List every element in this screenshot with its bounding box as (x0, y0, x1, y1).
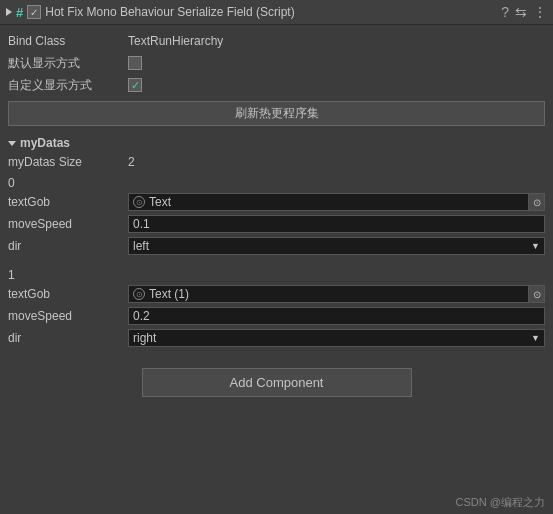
item1-textgob-value: Text (1) (149, 287, 189, 301)
item0-textgob-row: textGob ⊙ Text ⊙ (8, 192, 545, 212)
footer: CSDN @编程之力 (0, 491, 553, 514)
item1-dir-row: dir right ▼ (8, 328, 545, 348)
item0-index: 0 (8, 176, 545, 190)
item1-textgob-field-wrapper: ⊙ Text (1) ⊙ (128, 285, 545, 303)
spacer0 (8, 258, 545, 264)
component-title: Hot Fix Mono Behaviour Serialize Field (… (45, 5, 497, 19)
item0-dir-arrow-icon: ▼ (531, 241, 540, 251)
settings-icon[interactable]: ⇆ (515, 4, 527, 20)
custom-display-label: 自定义显示方式 (8, 77, 128, 94)
component-header: # ✓ Hot Fix Mono Behaviour Serialize Fie… (0, 0, 553, 25)
default-display-row: 默认显示方式 (8, 53, 545, 73)
item0-movespeed-row: moveSpeed (8, 214, 545, 234)
item1-dir-label: dir (8, 331, 128, 345)
enabled-checkbox[interactable]: ✓ (27, 5, 41, 19)
item0-dir-row: dir left ▼ (8, 236, 545, 256)
bind-class-label: Bind Class (8, 34, 128, 48)
add-component-button[interactable]: Add Component (142, 368, 412, 397)
item1-textgob-row: textGob ⊙ Text (1) ⊙ (8, 284, 545, 304)
bind-class-row: Bind Class TextRunHierarchy (8, 31, 545, 51)
item1-movespeed-label: moveSpeed (8, 309, 128, 323)
header-actions: ? ⇆ ⋮ (501, 4, 547, 20)
refresh-button[interactable]: 刷新热更程序集 (8, 101, 545, 126)
item1-dir-value: right (133, 331, 156, 345)
item1-dir-dropdown[interactable]: right ▼ (128, 329, 545, 347)
footer-text: CSDN @编程之力 (456, 495, 545, 510)
object-icon-1: ⊙ (133, 288, 145, 300)
item0-textgob-label: textGob (8, 195, 128, 209)
checkmark-icon: ✓ (131, 79, 140, 92)
item0-dir-value: left (133, 239, 149, 253)
size-row: myDatas Size 2 (8, 152, 545, 172)
item1-index: 1 (8, 268, 545, 282)
item0-textgob-field-wrapper: ⊙ Text ⊙ (128, 193, 545, 211)
section-collapse-icon[interactable] (8, 141, 16, 146)
size-label: myDatas Size (8, 155, 128, 169)
custom-display-checkbox[interactable]: ✓ (128, 78, 142, 92)
size-value: 2 (128, 155, 545, 169)
item1-textgob-field[interactable]: ⊙ Text (1) (128, 285, 529, 303)
collapse-icon[interactable] (6, 8, 12, 16)
section-header: myDatas (8, 136, 545, 150)
help-icon[interactable]: ? (501, 4, 509, 20)
item0-movespeed-label: moveSpeed (8, 217, 128, 231)
object-icon: ⊙ (133, 196, 145, 208)
default-display-checkbox[interactable] (128, 56, 142, 70)
custom-display-row: 自定义显示方式 ✓ (8, 75, 545, 95)
item1-textgob-nav-btn[interactable]: ⊙ (529, 285, 545, 303)
inspector-panel: # ✓ Hot Fix Mono Behaviour Serialize Fie… (0, 0, 553, 514)
content-area: Bind Class TextRunHierarchy 默认显示方式 自定义显示… (0, 25, 553, 491)
item0-textgob-field[interactable]: ⊙ Text (128, 193, 529, 211)
item0-movespeed-input[interactable] (128, 215, 545, 233)
hash-icon: # (16, 5, 23, 20)
item0-textgob-nav-btn[interactable]: ⊙ (529, 193, 545, 211)
item1-movespeed-row: moveSpeed (8, 306, 545, 326)
default-display-label: 默认显示方式 (8, 55, 128, 72)
item0-dir-dropdown[interactable]: left ▼ (128, 237, 545, 255)
item0-dir-label: dir (8, 239, 128, 253)
spacer1 (8, 350, 545, 360)
menu-icon[interactable]: ⋮ (533, 4, 547, 20)
item0-textgob-value: Text (149, 195, 171, 209)
item1-movespeed-input[interactable] (128, 307, 545, 325)
item1-dir-arrow-icon: ▼ (531, 333, 540, 343)
section-title: myDatas (20, 136, 70, 150)
item1-textgob-label: textGob (8, 287, 128, 301)
bind-class-value: TextRunHierarchy (128, 34, 545, 48)
